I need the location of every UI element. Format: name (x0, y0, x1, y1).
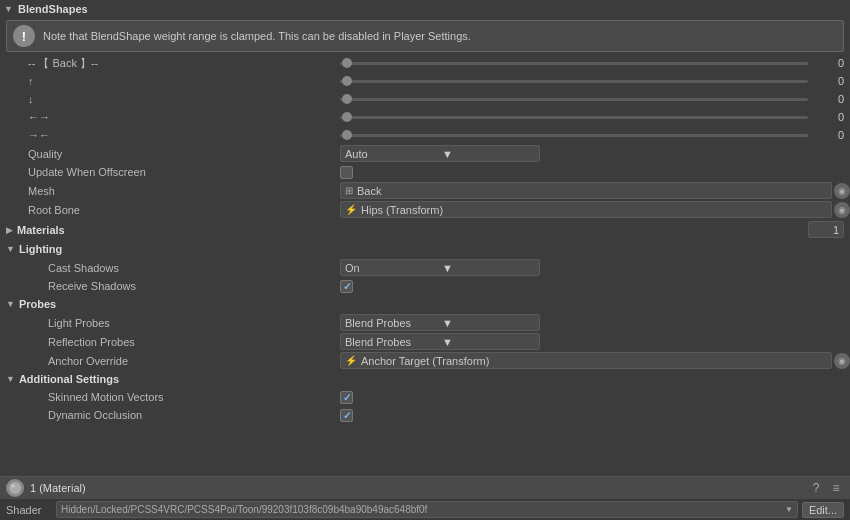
menu-button[interactable]: ≡ (828, 480, 844, 496)
probes-label: Probes (19, 298, 56, 310)
quality-label: Quality (0, 148, 340, 160)
lighting-section[interactable]: ▼ Lighting (0, 240, 850, 258)
dynamic-occlusion-value (340, 409, 850, 422)
quality-row: Quality Auto ▼ (0, 144, 850, 163)
rootbone-target-button[interactable]: ◉ (834, 202, 850, 218)
reflection-probes-dropdown[interactable]: Blend Probes ▼ (340, 333, 540, 350)
warning-icon: ! (13, 25, 35, 47)
anchor-override-label: Anchor Override (0, 355, 340, 367)
slider-row-3: ←→ 0 (0, 108, 850, 126)
material-label: 1 (Material) (30, 482, 804, 494)
cast-shadows-dropdown[interactable]: On ▼ (340, 259, 540, 276)
slider-track-3[interactable] (340, 116, 808, 119)
cast-shadows-dropdown-value: On (345, 262, 438, 274)
main-panel: ▼ BlendShapes ! Note that BlendShape wei… (0, 0, 850, 520)
additional-settings-section[interactable]: ▼ Additional Settings (0, 370, 850, 388)
quality-dropdown[interactable]: Auto ▼ (340, 145, 540, 162)
slider-label-3: ←→ (0, 111, 340, 123)
anchor-override-target-button[interactable]: ◉ (834, 353, 850, 369)
slider-label-1: ↑ (0, 75, 340, 87)
dynamic-occlusion-label: Dynamic Occlusion (0, 409, 340, 421)
rootbone-value: ⚡ Hips (Transform) ◉ (340, 201, 850, 218)
light-probes-dropdown[interactable]: Blend Probes ▼ (340, 314, 540, 331)
probes-section[interactable]: ▼ Probes (0, 295, 850, 313)
receive-shadows-row: Receive Shadows (0, 277, 850, 295)
update-offscreen-row: Update When Offscreen (0, 163, 850, 181)
mesh-field[interactable]: ⊞ Back (340, 182, 832, 199)
cast-shadows-value: On ▼ (340, 259, 850, 276)
cast-shadows-arrow: ▼ (442, 262, 535, 274)
anchor-override-field[interactable]: ⚡ Anchor Target (Transform) (340, 352, 832, 369)
skinned-motion-vectors-checkbox[interactable] (340, 391, 353, 404)
slider-row-4: →← 0 (0, 126, 850, 144)
materials-count: 1 (808, 221, 844, 238)
lighting-triangle: ▼ (6, 244, 15, 254)
receive-shadows-checkbox[interactable] (340, 280, 353, 293)
slider-value-3: 0 (814, 111, 844, 123)
material-sphere-icon (8, 481, 22, 495)
warning-box: ! Note that BlendShape weight range is c… (6, 20, 844, 52)
anchor-override-icon: ⚡ (345, 355, 357, 366)
bottom-section: 1 (Material) ? ≡ Shader Hidden/Locked/PC… (0, 476, 850, 520)
rootbone-field[interactable]: ⚡ Hips (Transform) (340, 201, 832, 218)
blendshapes-triangle: ▼ (4, 4, 14, 14)
slider-track-0[interactable] (340, 62, 808, 65)
reflection-probes-value: Blend Probes ▼ (340, 333, 850, 350)
material-avatar (6, 479, 24, 497)
dynamic-occlusion-row: Dynamic Occlusion (0, 406, 850, 424)
quality-value: Auto ▼ (340, 145, 850, 162)
additional-settings-triangle: ▼ (6, 374, 15, 384)
reflection-probes-arrow: ▼ (442, 336, 535, 348)
cast-shadows-row: Cast Shadows On ▼ (0, 258, 850, 277)
anchor-override-name: Anchor Target (Transform) (361, 355, 827, 367)
update-offscreen-label: Update When Offscreen (0, 166, 340, 178)
blendshapes-section[interactable]: ▼ BlendShapes (0, 0, 850, 18)
slider-row-0: -- 【 Back 】-- 0 (0, 54, 850, 72)
blendshapes-title: BlendShapes (18, 3, 88, 15)
slider-value-4: 0 (814, 129, 844, 141)
light-probes-value: Blend Probes ▼ (340, 314, 850, 331)
rootbone-label: Root Bone (0, 204, 340, 216)
slider-track-1[interactable] (340, 80, 808, 83)
rootbone-row: Root Bone ⚡ Hips (Transform) ◉ (0, 200, 850, 219)
slider-label-4: →← (0, 129, 340, 141)
question-button[interactable]: ? (808, 480, 824, 496)
mesh-label: Mesh (0, 185, 340, 197)
warning-text: Note that BlendShape weight range is cla… (43, 30, 471, 42)
shader-path-dropdown[interactable]: Hidden/Locked/PCSS4VRC/PCSS4Poi/Toon/992… (56, 501, 798, 518)
dynamic-occlusion-checkbox[interactable] (340, 409, 353, 422)
update-offscreen-value (340, 166, 850, 179)
shader-label: Shader (6, 504, 56, 516)
materials-section[interactable]: ▶ Materials 1 (0, 219, 850, 240)
edit-button[interactable]: Edit... (802, 502, 844, 518)
cast-shadows-label: Cast Shadows (0, 262, 340, 274)
materials-label: Materials (17, 224, 65, 236)
light-probes-row: Light Probes Blend Probes ▼ (0, 313, 850, 332)
light-probes-label: Light Probes (0, 317, 340, 329)
material-row: 1 (Material) ? ≡ (0, 477, 850, 499)
slider-row-1: ↑ 0 (0, 72, 850, 90)
shader-path: Hidden/Locked/PCSS4VRC/PCSS4Poi/Toon/992… (61, 504, 781, 515)
skinned-motion-vectors-row: Skinned Motion Vectors (0, 388, 850, 406)
slider-value-0: 0 (814, 57, 844, 69)
mesh-row: Mesh ⊞ Back ◉ (0, 181, 850, 200)
update-offscreen-checkbox[interactable] (340, 166, 353, 179)
slider-value-1: 0 (814, 75, 844, 87)
skinned-motion-vectors-label: Skinned Motion Vectors (0, 391, 340, 403)
skinned-motion-vectors-value (340, 391, 850, 404)
slider-value-2: 0 (814, 93, 844, 105)
slider-track-4[interactable] (340, 134, 808, 137)
mesh-target-button[interactable]: ◉ (834, 183, 850, 199)
mesh-value: ⊞ Back ◉ (340, 182, 850, 199)
shader-dropdown-arrow: ▼ (785, 505, 793, 514)
receive-shadows-label: Receive Shadows (0, 280, 340, 292)
slider-label-0: -- 【 Back 】-- (0, 56, 340, 71)
mesh-name: Back (357, 185, 827, 197)
svg-point-1 (11, 485, 15, 488)
light-probes-arrow: ▼ (442, 317, 535, 329)
slider-track-2[interactable] (340, 98, 808, 101)
slider-label-2: ↓ (0, 93, 340, 105)
reflection-probes-dropdown-value: Blend Probes (345, 336, 438, 348)
anchor-override-row: Anchor Override ⚡ Anchor Target (Transfo… (0, 351, 850, 370)
rootbone-name: Hips (Transform) (361, 204, 827, 216)
